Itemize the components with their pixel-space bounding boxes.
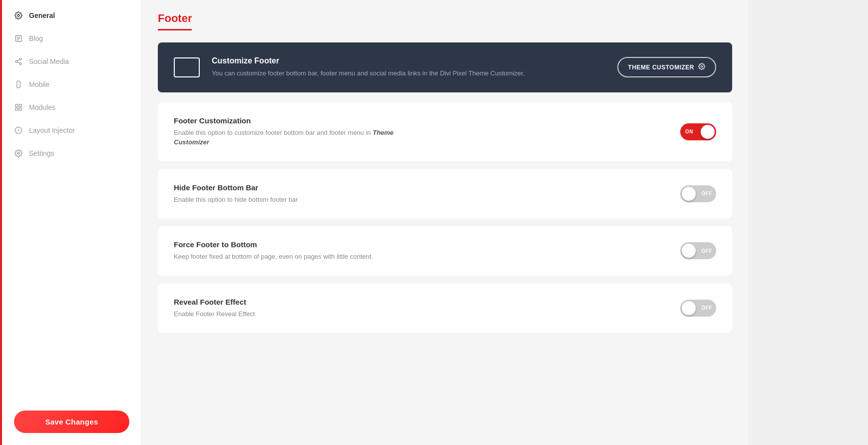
footer-customization-toggle-knob (701, 125, 715, 139)
sidebar-item-blog-label: Blog (29, 34, 43, 42)
reveal-footer-toggle[interactable]: OFF (680, 300, 716, 317)
sidebar-item-modules-label: Modules (29, 103, 55, 111)
footer-layout-icon (174, 57, 200, 77)
setting-hide-footer-info: Hide Footer Bottom Bar Enable this optio… (174, 183, 298, 205)
setting-hide-footer-bottom-bar: Hide Footer Bottom Bar Enable this optio… (158, 169, 732, 219)
mobile-icon (14, 80, 23, 89)
theme-customizer-gear-icon (698, 63, 705, 71)
svg-rect-10 (17, 81, 20, 87)
svg-point-0 (17, 14, 19, 16)
setting-reveal-footer-effect: Reveal Footer Effect Enable Footer Revea… (158, 284, 732, 333)
force-footer-toggle-knob (682, 244, 696, 258)
setting-force-footer-title: Force Footer to Bottom (174, 240, 373, 249)
banner-text: Customize Footer You can customize foote… (212, 56, 524, 78)
setting-footer-customization-title: Footer Customization (174, 116, 424, 125)
svg-point-5 (19, 58, 21, 60)
sidebar-item-layout-injector-label: Layout Injector (29, 126, 75, 134)
sidebar-item-blog[interactable]: Blog (2, 27, 141, 50)
force-footer-toggle-label: OFF (702, 248, 713, 254)
sidebar-item-general-label: General (29, 11, 55, 19)
setting-reveal-footer-title: Reveal Footer Effect (174, 298, 255, 306)
main-content: Footer Customize Footer You can customiz… (142, 0, 748, 445)
setting-hide-footer-title: Hide Footer Bottom Bar (174, 183, 298, 192)
setting-footer-customization: Footer Customization Enable this option … (158, 102, 732, 161)
layout-icon (14, 126, 23, 135)
sidebar-item-social-media[interactable]: Social Media (2, 50, 141, 73)
svg-line-9 (17, 59, 20, 61)
footer-customization-toggle-label: ON (685, 129, 693, 134)
svg-point-7 (19, 63, 21, 65)
setting-reveal-footer-info: Reveal Footer Effect Enable Footer Revea… (174, 298, 255, 319)
sidebar-item-general[interactable]: General (2, 4, 141, 27)
svg-rect-12 (15, 104, 18, 107)
sidebar-nav: General Blog (2, 0, 141, 399)
svg-rect-14 (15, 108, 18, 110)
customize-footer-banner: Customize Footer You can customize foote… (158, 42, 732, 92)
gear-icon (14, 11, 23, 20)
svg-rect-13 (19, 104, 21, 107)
svg-point-16 (17, 152, 19, 154)
footer-customization-toggle[interactable]: ON (680, 123, 716, 140)
setting-hide-footer-desc: Enable this option to hide bottom footer… (174, 195, 298, 205)
svg-line-8 (17, 62, 20, 63)
hide-footer-toggle[interactable]: OFF (680, 185, 716, 202)
sidebar-item-mobile[interactable]: Mobile (2, 73, 141, 96)
footer-customization-toggle-wrap: ON (680, 123, 716, 140)
hide-footer-toggle-knob (682, 187, 696, 201)
modules-icon (14, 103, 23, 112)
sidebar-footer: Save Changes (2, 399, 141, 445)
banner-description: You can customize footer bottom bar, foo… (212, 68, 524, 78)
settings-icon (14, 149, 23, 158)
save-changes-button[interactable]: Save Changes (14, 411, 129, 433)
blog-icon (14, 34, 23, 43)
setting-footer-customization-info: Footer Customization Enable this option … (174, 116, 424, 147)
reveal-footer-toggle-wrap: OFF (680, 300, 716, 317)
hide-footer-toggle-label: OFF (702, 191, 713, 196)
sidebar-item-social-media-label: Social Media (29, 57, 69, 65)
right-panel (748, 0, 868, 445)
theme-customizer-button-label: THEME CUSTOMIZER (628, 64, 694, 71)
sidebar-item-layout-injector[interactable]: Layout Injector (2, 119, 141, 142)
svg-point-17 (701, 66, 703, 68)
setting-force-footer-bottom: Force Footer to Bottom Keep footer fixed… (158, 226, 732, 276)
banner-title: Customize Footer (212, 56, 524, 65)
page-header: Footer (158, 12, 732, 30)
svg-point-6 (15, 60, 17, 62)
reveal-footer-toggle-knob (682, 301, 696, 315)
page-title: Footer (158, 12, 192, 30)
sidebar-item-settings[interactable]: Settings (2, 142, 141, 165)
share-icon (14, 57, 23, 66)
setting-reveal-footer-desc: Enable Footer Reveal Effect (174, 309, 255, 319)
theme-customizer-button[interactable]: THEME CUSTOMIZER (617, 57, 716, 77)
sidebar-item-mobile-label: Mobile (29, 80, 49, 88)
setting-footer-customization-desc: Enable this option to customize footer b… (174, 128, 424, 147)
force-footer-toggle-wrap: OFF (680, 242, 716, 259)
force-footer-toggle[interactable]: OFF (680, 242, 716, 259)
sidebar-item-settings-label: Settings (29, 149, 54, 157)
sidebar: General Blog (2, 0, 142, 445)
setting-force-footer-info: Force Footer to Bottom Keep footer fixed… (174, 240, 373, 262)
sidebar-item-modules[interactable]: Modules (2, 96, 141, 119)
svg-rect-15 (19, 108, 21, 110)
hide-footer-toggle-wrap: OFF (680, 185, 716, 202)
reveal-footer-toggle-label: OFF (702, 305, 713, 311)
setting-force-footer-desc: Keep footer fixed at bottom of page, eve… (174, 252, 373, 262)
